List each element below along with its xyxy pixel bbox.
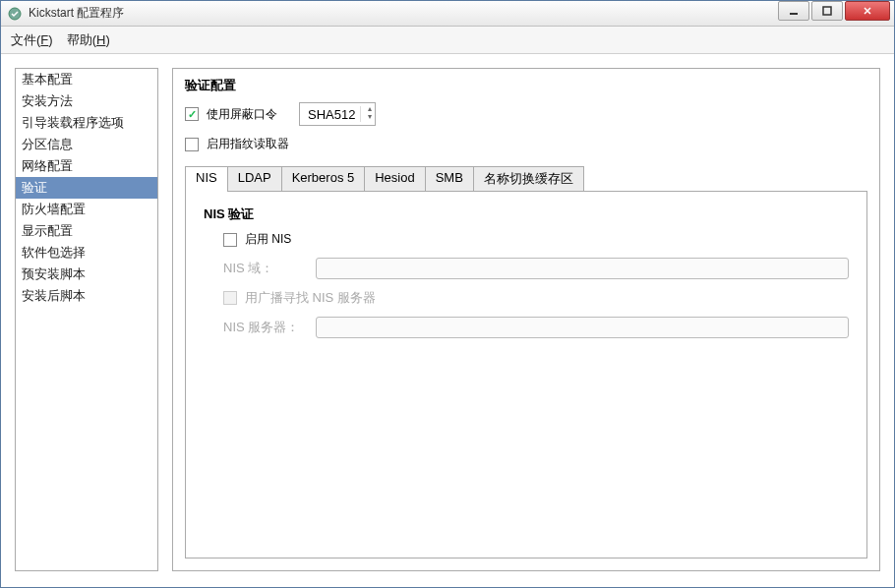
- content-area: 基本配置 安装方法 引导装载程序选项 分区信息 网络配置 验证 防火墙配置 显示…: [1, 54, 894, 587]
- tab-nis[interactable]: NIS: [185, 166, 228, 191]
- nis-domain-row: NIS 域：: [223, 258, 849, 279]
- hash-algo-value: SHA512: [308, 107, 355, 122]
- nis-server-input[interactable]: [316, 317, 849, 338]
- tab-nscd[interactable]: 名称切换缓存区: [474, 166, 584, 191]
- hash-algo-select[interactable]: SHA512 ▴▾: [299, 102, 376, 126]
- sidebar-item-bootloader[interactable]: 引导装载程序选项: [16, 112, 157, 134]
- shadow-row: 使用屏蔽口令 SHA512 ▴▾: [185, 102, 867, 126]
- window-controls: [778, 1, 894, 26]
- nis-domain-input[interactable]: [316, 258, 849, 279]
- sidebar-item-pre-script[interactable]: 预安装脚本: [16, 264, 157, 285]
- tab-ldap[interactable]: LDAP: [228, 166, 282, 191]
- nis-broadcast-label: 用广播寻找 NIS 服务器: [245, 289, 376, 307]
- auth-tabs: NIS LDAP Kerberos 5 Hesiod SMB 名称切换缓存区: [185, 166, 867, 192]
- menubar: 文件(F) 帮助(H): [1, 27, 894, 54]
- nis-server-row: NIS 服务器：: [223, 317, 849, 338]
- nis-title: NIS 验证: [204, 206, 849, 223]
- menu-file[interactable]: 文件(F): [11, 31, 53, 49]
- sidebar-item-install-method[interactable]: 安装方法: [16, 90, 157, 112]
- maximize-button[interactable]: [811, 1, 843, 21]
- nis-broadcast-checkbox[interactable]: [223, 291, 237, 305]
- tab-kerberos[interactable]: Kerberos 5: [282, 166, 366, 191]
- sidebar-item-display[interactable]: 显示配置: [16, 220, 157, 242]
- fingerprint-row: 启用指纹读取器: [185, 136, 867, 152]
- sidebar-item-basic[interactable]: 基本配置: [16, 69, 157, 90]
- app-window: Kickstart 配置程序 文件(F) 帮助(H) 基本配置 安装方法 引导装…: [0, 0, 895, 588]
- titlebar-left: Kickstart 配置程序: [7, 5, 124, 22]
- nis-enable-row: 启用 NIS: [223, 231, 849, 248]
- minimize-button[interactable]: [778, 1, 809, 21]
- nis-enable-checkbox[interactable]: [223, 233, 237, 247]
- sidebar-item-firewall[interactable]: 防火墙配置: [16, 199, 157, 220]
- sidebar-item-post-script[interactable]: 安装后脚本: [16, 285, 157, 307]
- app-icon: [7, 6, 23, 22]
- sidebar-item-packages[interactable]: 软件包选择: [16, 242, 157, 264]
- menu-help[interactable]: 帮助(H): [67, 31, 110, 49]
- titlebar: Kickstart 配置程序: [1, 1, 894, 27]
- close-button[interactable]: [845, 1, 890, 21]
- fingerprint-checkbox[interactable]: [185, 138, 199, 151]
- nis-broadcast-row: 用广播寻找 NIS 服务器: [223, 289, 849, 307]
- fingerprint-label: 启用指纹读取器: [207, 136, 289, 152]
- nis-domain-label: NIS 域：: [223, 260, 308, 277]
- sidebar-item-auth[interactable]: 验证: [16, 177, 157, 199]
- shadow-checkbox[interactable]: [185, 107, 199, 121]
- tab-smb[interactable]: SMB: [426, 166, 474, 191]
- svg-rect-2: [823, 7, 831, 15]
- main-panel: 验证配置 使用屏蔽口令 SHA512 ▴▾ 启用指纹读取器 NIS LDAP K…: [172, 68, 880, 571]
- chevron-updown-icon: ▴▾: [368, 105, 372, 121]
- svg-rect-1: [790, 13, 798, 15]
- auth-heading: 验证配置: [185, 71, 867, 102]
- sidebar-item-partition[interactable]: 分区信息: [16, 134, 157, 155]
- sidebar: 基本配置 安装方法 引导装载程序选项 分区信息 网络配置 验证 防火墙配置 显示…: [15, 68, 158, 571]
- tab-hesiod[interactable]: Hesiod: [365, 166, 425, 191]
- window-title: Kickstart 配置程序: [29, 5, 124, 22]
- tab-body-nis: NIS 验证 启用 NIS NIS 域： 用广播寻找 NIS 服务器 NIS 服…: [185, 192, 867, 559]
- nis-enable-label: 启用 NIS: [245, 231, 291, 248]
- shadow-label: 使用屏蔽口令: [207, 106, 277, 123]
- sidebar-item-network[interactable]: 网络配置: [16, 155, 157, 177]
- nis-server-label: NIS 服务器：: [223, 319, 308, 336]
